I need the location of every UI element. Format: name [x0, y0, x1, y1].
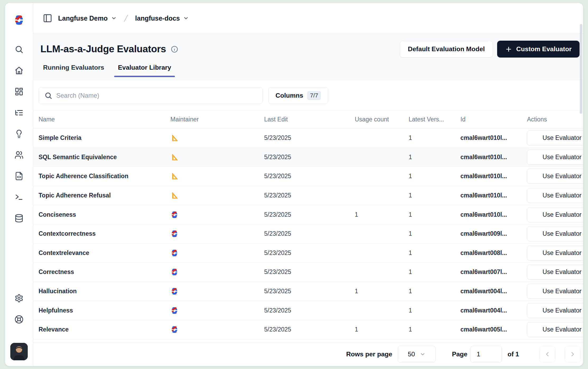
use-evaluator-button[interactable]: Use Evaluator [527, 130, 583, 145]
col-header-name[interactable]: Name [39, 116, 170, 123]
langfuse-maintainer-icon [170, 325, 264, 334]
page-total-label: of 1 [507, 351, 519, 358]
ragas-icon [170, 191, 179, 200]
col-header-usage[interactable]: Usage count [355, 116, 409, 123]
columns-button[interactable]: Columns 7/7 [268, 87, 328, 104]
table-row[interactable]: Simple Criteria 5/23/2025 1 cmal6wart010… [33, 129, 583, 148]
last-edit-cell: 5/23/2025 [264, 307, 355, 314]
sidebar-nav [15, 45, 24, 223]
evaluator-id: cmal6wart010l... [460, 154, 527, 161]
last-edit-cell: 5/23/2025 [264, 211, 355, 218]
last-edit-cell: 5/23/2025 [264, 192, 355, 199]
table-row[interactable]: Conciseness 5/23/2025 1 1 cmal6wart010l.… [33, 205, 583, 224]
col-header-last-edit[interactable]: Last Edit [264, 116, 355, 123]
datasets-database-icon[interactable] [15, 214, 24, 223]
table-row[interactable]: Contextrelevance 5/23/2025 1 cmal6wart00… [33, 244, 583, 263]
chevron-down-icon [420, 351, 426, 357]
settings-gear-icon[interactable] [15, 294, 24, 303]
col-header-maintainer[interactable]: Maintainer [170, 116, 264, 123]
default-evaluation-model-button[interactable]: Default Evaluation Model [400, 41, 493, 58]
previous-page-button[interactable] [539, 346, 556, 362]
tab-evaluator-library[interactable]: Evaluator Library [118, 64, 171, 77]
latest-version-cell: 1 [409, 326, 460, 333]
use-evaluator-button[interactable]: Use Evaluator [527, 226, 583, 241]
vertical-scrollbar[interactable] [580, 24, 582, 114]
last-edit-cell: 5/23/2025 [264, 134, 355, 141]
evaluator-name: Contextrelevance [39, 249, 170, 257]
project-switcher[interactable]: langfuse-docs [135, 15, 189, 22]
table-row[interactable]: Helpfulness 5/23/2025 1 cmal6wart004l...… [33, 301, 583, 320]
actions-cell: Use Evaluator [527, 303, 583, 318]
table-row[interactable]: Relevance 5/23/2025 1 1 cmal6wart005l...… [33, 320, 583, 339]
rows-per-page-label: Rows per page [346, 351, 392, 358]
pagination-bar: Rows per page 50 Page of 1 [33, 342, 583, 366]
table-header-row: Name Maintainer Last Edit Usage count La… [33, 111, 583, 129]
last-edit-cell: 5/23/2025 [264, 154, 355, 161]
support-lifebuoy-icon[interactable] [15, 315, 24, 324]
evaluator-id: cmal6wart010l... [460, 134, 527, 141]
page-header: LLM-as-a-Judge Evaluators Default Evalua… [33, 34, 583, 80]
evaluator-id: cmal6wart010l... [460, 211, 527, 218]
next-page-button[interactable] [564, 346, 581, 362]
table-row[interactable]: Topic Adherence Refusal 5/23/2025 1 cmal… [33, 186, 583, 205]
use-evaluator-button[interactable]: Use Evaluator [527, 284, 583, 299]
lightbulb-icon[interactable] [15, 129, 24, 138]
tabs: Running Evaluators Evaluator Library [43, 64, 580, 77]
table-row[interactable]: SQL Semantic Equivalence 5/23/2025 1 cma… [33, 148, 583, 167]
use-evaluator-button[interactable]: Use Evaluator [527, 207, 583, 222]
use-evaluator-button[interactable]: Use Evaluator [527, 150, 583, 165]
dashboard-icon[interactable] [15, 87, 24, 96]
maintainer-cell [170, 230, 264, 238]
use-evaluator-button[interactable]: Use Evaluator [527, 303, 583, 318]
col-header-id[interactable]: Id [460, 116, 527, 123]
tab-running-evaluators[interactable]: Running Evaluators [43, 64, 104, 77]
last-edit-cell: 5/23/2025 [264, 173, 355, 180]
evaluator-id: cmal6wart009l... [460, 230, 527, 237]
sidebar-toggle-icon[interactable] [43, 13, 52, 23]
use-evaluator-button[interactable]: Use Evaluator [527, 169, 583, 184]
evaluator-id: cmal6wart010l... [460, 173, 527, 180]
actions-cell: Use Evaluator [527, 150, 583, 165]
search-input[interactable] [39, 87, 263, 104]
evaluator-id: cmal6wart008l... [460, 249, 527, 257]
latest-version-cell: 1 [409, 288, 460, 295]
table-body: Simple Criteria 5/23/2025 1 cmal6wart010… [33, 129, 583, 339]
rows-per-page-select[interactable]: 50 [398, 346, 436, 363]
latest-version-cell: 1 [409, 268, 460, 276]
content: Columns 7/7 Name Maintainer Last Edit Us… [33, 80, 583, 366]
use-evaluator-button[interactable]: Use Evaluator [527, 264, 583, 280]
home-icon[interactable] [15, 66, 24, 75]
sidebar-footer [10, 294, 28, 360]
evaluator-table: Name Maintainer Last Edit Usage count La… [33, 110, 583, 342]
evaluator-name: Helpfulness [39, 307, 170, 314]
actions-cell: Use Evaluator [527, 130, 583, 145]
last-edit-cell: 5/23/2025 [264, 268, 355, 276]
table-row[interactable]: Correctness 5/23/2025 1 cmal6wart007l...… [33, 263, 583, 282]
breadcrumb-separator [123, 14, 129, 23]
use-evaluator-button[interactable]: Use Evaluator [527, 188, 583, 203]
last-edit-cell: 5/23/2025 [264, 230, 355, 237]
prompts-file-code-icon[interactable] [15, 172, 24, 181]
last-edit-cell: 5/23/2025 [264, 288, 355, 295]
user-avatar[interactable] [10, 343, 28, 360]
page-background: Langfuse Demo langfuse-docs LLM-as-a-Jud… [0, 0, 588, 369]
search-icon[interactable] [15, 45, 24, 54]
maintainer-cell [170, 191, 264, 200]
tracing-tree-icon[interactable] [15, 108, 24, 117]
chevron-down-icon [183, 15, 189, 21]
latest-version-cell: 1 [409, 249, 460, 257]
langfuse-maintainer-icon [170, 211, 264, 219]
users-icon[interactable] [15, 150, 24, 159]
custom-evaluator-button[interactable]: Custom Evaluator [497, 41, 580, 58]
table-row[interactable]: Topic Adherence Classification 5/23/2025… [33, 167, 583, 186]
playground-terminal-icon[interactable] [15, 193, 24, 202]
use-evaluator-button[interactable]: Use Evaluator [527, 245, 583, 261]
table-row[interactable]: Contextcorrectness 5/23/2025 1 cmal6wart… [33, 224, 583, 244]
org-switcher[interactable]: Langfuse Demo [58, 15, 117, 22]
info-icon[interactable] [171, 46, 178, 53]
use-evaluator-button[interactable]: Use Evaluator [527, 322, 583, 337]
table-row[interactable]: Hallucination 5/23/2025 1 1 cmal6wart004… [33, 282, 583, 301]
page-number-input[interactable] [470, 346, 502, 363]
col-header-version[interactable]: Latest Vers... [409, 116, 460, 123]
langfuse-logo-icon[interactable] [13, 14, 25, 26]
